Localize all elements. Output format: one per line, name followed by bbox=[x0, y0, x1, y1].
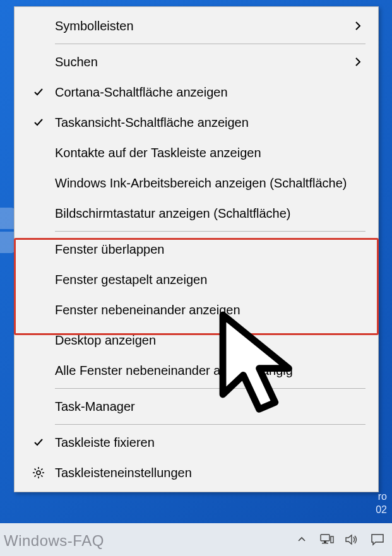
menu-item-label: Cortana-Schaltfläche anzeigen bbox=[50, 85, 350, 100]
gear-icon bbox=[27, 466, 50, 479]
menu-item[interactable]: Alle Fenster nebeneinander an rückgängig bbox=[15, 355, 378, 386]
check-icon bbox=[27, 117, 50, 128]
menu-item-label: Kontakte auf der Taskleiste anzeigen bbox=[50, 146, 350, 160]
menu-item[interactable]: Fenster nebeneinander anzeigen bbox=[15, 295, 378, 325]
taskbar-context-menu: SymbolleistenSuchenCortana-Schaltfläche … bbox=[14, 6, 379, 492]
svg-line-5 bbox=[35, 469, 36, 470]
chevron-right-icon bbox=[350, 56, 365, 68]
menu-item-label: Fenster gestapelt anzeigen bbox=[50, 273, 350, 287]
tray-show-hidden-icons[interactable] bbox=[294, 531, 310, 548]
menu-item[interactable]: Fenster gestapelt anzeigen bbox=[15, 264, 378, 295]
menu-item[interactable]: Taskleiste fixieren bbox=[15, 427, 378, 458]
svg-line-6 bbox=[41, 475, 42, 476]
taskbar bbox=[0, 523, 392, 556]
menu-item-label: Desktop anzeigen bbox=[50, 333, 350, 348]
menu-item[interactable]: Taskansicht-Schaltfläche anzeigen bbox=[15, 107, 378, 138]
menu-item[interactable]: Task-Manager bbox=[15, 391, 378, 422]
menu-item[interactable]: Symbolleisten bbox=[15, 11, 378, 41]
menu-item[interactable]: Kontakte auf der Taskleiste anzeigen bbox=[15, 138, 378, 168]
menu-separator bbox=[55, 231, 365, 232]
menu-separator bbox=[55, 388, 365, 389]
menu-item-label: Symbolleisten bbox=[50, 19, 350, 33]
menu-item-label: Taskansicht-Schaltfläche anzeigen bbox=[50, 115, 350, 130]
menu-item-label: Task-Manager bbox=[50, 399, 350, 414]
menu-item-label: Alle Fenster nebeneinander an rückgängig bbox=[50, 364, 350, 378]
tray-action-center-icon[interactable] bbox=[369, 531, 386, 548]
menu-item-label: Bildschirmtastatur anzeigen (Schaltfläch… bbox=[50, 206, 350, 221]
menu-item-label: Fenster überlappen bbox=[50, 242, 350, 257]
menu-item[interactable]: Bildschirmtastatur anzeigen (Schaltfläch… bbox=[15, 198, 378, 228]
menu-item[interactable]: Desktop anzeigen bbox=[15, 325, 378, 355]
svg-rect-12 bbox=[322, 543, 328, 543]
menu-item-label: Windows Ink-Arbeitsbereich anzeigen (Sch… bbox=[50, 176, 350, 191]
svg-line-8 bbox=[41, 469, 42, 470]
menu-separator bbox=[55, 424, 365, 425]
tray-network-icon[interactable] bbox=[319, 531, 335, 548]
menu-item[interactable]: Windows Ink-Arbeitsbereich anzeigen (Sch… bbox=[15, 168, 378, 198]
menu-item[interactable]: Fenster überlappen bbox=[15, 234, 378, 264]
menu-item[interactable]: Suchen bbox=[15, 47, 378, 77]
menu-item-label: Taskleisteneinstellungen bbox=[50, 466, 350, 480]
menu-item-label: Suchen bbox=[50, 55, 350, 69]
svg-rect-10 bbox=[321, 535, 330, 541]
menu-item-label: Taskleiste fixieren bbox=[50, 435, 350, 450]
check-icon bbox=[27, 86, 50, 98]
check-icon bbox=[27, 437, 50, 448]
menu-item[interactable]: Cortana-Schaltfläche anzeigen bbox=[15, 77, 378, 107]
menu-item-label: Fenster nebeneinander anzeigen bbox=[50, 303, 350, 317]
svg-marker-14 bbox=[346, 535, 352, 544]
svg-rect-11 bbox=[324, 541, 326, 543]
svg-rect-13 bbox=[331, 536, 333, 543]
menu-separator bbox=[55, 44, 365, 44]
tray-volume-icon[interactable] bbox=[344, 531, 360, 548]
menu-item[interactable]: Taskleisteneinstellungen bbox=[15, 458, 378, 488]
svg-line-7 bbox=[35, 475, 36, 476]
chevron-right-icon bbox=[350, 20, 365, 32]
svg-point-0 bbox=[37, 471, 40, 475]
